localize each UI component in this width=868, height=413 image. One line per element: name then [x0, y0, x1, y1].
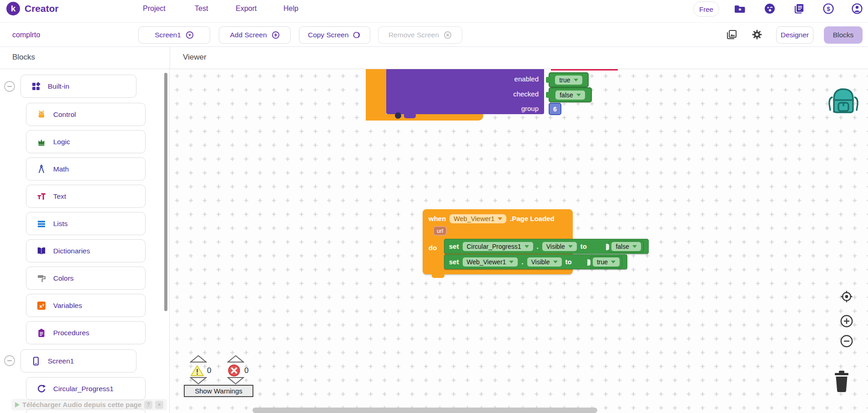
overlay-help-button[interactable]: ?: [144, 401, 152, 409]
error-up-arrow[interactable]: [227, 355, 244, 363]
zoom-out-button[interactable]: [840, 334, 853, 348]
blocks-panel-title: Blocks: [12, 53, 35, 62]
set-visible-statement[interactable]: set Circular_Progress1 . Visible to fals…: [444, 239, 649, 254]
dictionaries-icon: [36, 246, 46, 256]
menu-help[interactable]: Help: [283, 5, 298, 13]
play-icon: [15, 402, 20, 408]
circular-progress-icon: [36, 384, 46, 394]
screen-toolbar: complrto Screen1 Add Screen Copy Screen …: [0, 23, 868, 47]
sidebar-item-label: Colors: [53, 274, 74, 282]
set-visible-statement[interactable]: set Web_Viewer1 . Visible to true: [444, 254, 627, 269]
sidebar-item-text[interactable]: Text: [26, 185, 146, 208]
sidebar-item-label: Logic: [53, 138, 70, 146]
true-value-block[interactable]: true: [590, 256, 622, 268]
sidebar-scrollbar[interactable]: [164, 73, 167, 311]
false-value-block[interactable]: false: [549, 87, 592, 102]
warning-up-arrow[interactable]: [190, 355, 207, 363]
chevron-down-icon: [568, 245, 573, 248]
when-page-loaded-block[interactable]: when Web_Viewer1 .Page Loaded url do set…: [423, 209, 573, 274]
community-face-icon[interactable]: [764, 3, 776, 15]
property-dropdown[interactable]: Visible: [542, 242, 577, 251]
kodular-logo[interactable]: k: [6, 2, 20, 15]
sidebar-item-circular-progress1[interactable]: Circular_Progress1: [26, 377, 146, 400]
add-screen-button[interactable]: Add Screen: [219, 26, 291, 44]
warning-icon: [190, 364, 204, 377]
sidebar-item-built-in[interactable]: Built-in: [20, 75, 136, 98]
component-name: Circular_Progress1: [467, 243, 521, 250]
collapse-screen1-button[interactable]: [4, 355, 15, 367]
logic-icon: [36, 137, 46, 147]
download-audio-overlay[interactable]: Télécharger Audio depuis cette page ? ×: [11, 399, 167, 410]
screen-icon: [31, 356, 41, 366]
chevron-down-icon: [553, 261, 558, 263]
sidebar-item-variables[interactable]: x y Variables: [26, 294, 146, 317]
sidebar-item-math[interactable]: Math: [26, 157, 146, 181]
logo-letter: k: [11, 4, 16, 14]
projects-folder-icon[interactable]: [734, 3, 746, 15]
dropdown-value: true: [559, 76, 570, 84]
component-name: Web_Viewer1: [467, 258, 506, 266]
component-dropdown[interactable]: Web_Viewer1: [449, 214, 506, 223]
component-dropdown[interactable]: Circular_Progress1: [463, 242, 533, 251]
sidebar-item-screen1[interactable]: Screen1: [20, 349, 136, 373]
settings-gear-icon[interactable]: [751, 29, 763, 40]
remove-screen-label: Remove Screen: [389, 31, 439, 39]
warning-down-arrow[interactable]: [190, 377, 207, 385]
property-name: Visible: [546, 243, 565, 250]
partial-event-block-bottom[interactable]: [366, 114, 483, 121]
partial-event-block-left[interactable]: [366, 69, 386, 121]
show-warnings-button[interactable]: Show Warnings: [184, 385, 253, 397]
svg-text:y: y: [42, 302, 45, 306]
to-keyword: to: [565, 258, 572, 266]
dropdown-value: true: [597, 258, 608, 266]
sidebar-item-dictionaries[interactable]: Dictionaries: [26, 239, 146, 262]
tab-designer[interactable]: Designer: [776, 26, 813, 44]
remove-screen-button[interactable]: Remove Screen: [378, 26, 462, 44]
zoom-in-button[interactable]: [840, 314, 853, 328]
component-name: Web_Viewer1: [454, 215, 495, 222]
backpack-icon[interactable]: [826, 81, 861, 116]
event-name: .Page Loaded: [510, 215, 555, 222]
set-keyword: set: [449, 242, 459, 250]
menu-project[interactable]: Project: [143, 5, 166, 13]
screen-selector[interactable]: Screen1: [138, 26, 210, 44]
overlay-close-button[interactable]: ×: [155, 401, 163, 409]
dot-separator: .: [521, 258, 523, 266]
collapse-built-in-button[interactable]: [4, 81, 15, 92]
account-icon[interactable]: [851, 3, 863, 15]
sidebar-item-procedures[interactable]: Procedures: [26, 321, 146, 344]
true-value-block[interactable]: true: [549, 72, 589, 87]
menu-export[interactable]: Export: [236, 5, 257, 13]
center-blocks-button[interactable]: [840, 290, 853, 303]
sidebar-item-label: Procedures: [53, 329, 89, 337]
add-screen-label: Add Screen: [230, 31, 267, 39]
radio-properties-block[interactable]: enabled checked group: [386, 69, 544, 114]
text-icon: [36, 191, 46, 201]
number-value-block[interactable]: 6: [549, 103, 561, 115]
plan-badge[interactable]: Free: [693, 1, 719, 17]
chevron-down-icon: [525, 245, 529, 248]
error-down-arrow[interactable]: [227, 377, 244, 385]
news-docs-icon[interactable]: [793, 3, 805, 15]
sidebar-item-colors[interactable]: Colors: [26, 267, 146, 290]
billing-dollar-icon[interactable]: $: [823, 3, 834, 15]
tab-blocks[interactable]: Blocks: [824, 26, 863, 44]
copy-screen-button[interactable]: Copy Screen: [299, 26, 370, 44]
sidebar-item-control[interactable]: Control: [26, 103, 146, 126]
partial-red-block[interactable]: [551, 69, 618, 71]
component-dropdown[interactable]: Web_Viewer1: [463, 257, 518, 267]
false-value-block[interactable]: false: [609, 241, 644, 252]
control-icon: [36, 110, 46, 120]
sidebar-item-logic[interactable]: Logic: [26, 130, 146, 153]
overlay-label: Télécharger Audio depuis cette page: [22, 401, 141, 408]
menu-test[interactable]: Test: [195, 5, 208, 13]
set-keyword: set: [449, 258, 459, 266]
sidebar-item-lists[interactable]: Lists: [26, 212, 146, 235]
blocks-canvas[interactable]: enabled checked group true false 6 when …: [170, 69, 868, 413]
url-param-tag[interactable]: url: [433, 226, 447, 236]
media-manager-icon[interactable]: [726, 29, 737, 40]
trash-icon[interactable]: [831, 369, 852, 393]
warning-count: 0: [207, 366, 211, 375]
canvas-horizontal-scrollbar[interactable]: [252, 408, 597, 413]
property-dropdown[interactable]: Visible: [527, 257, 562, 267]
